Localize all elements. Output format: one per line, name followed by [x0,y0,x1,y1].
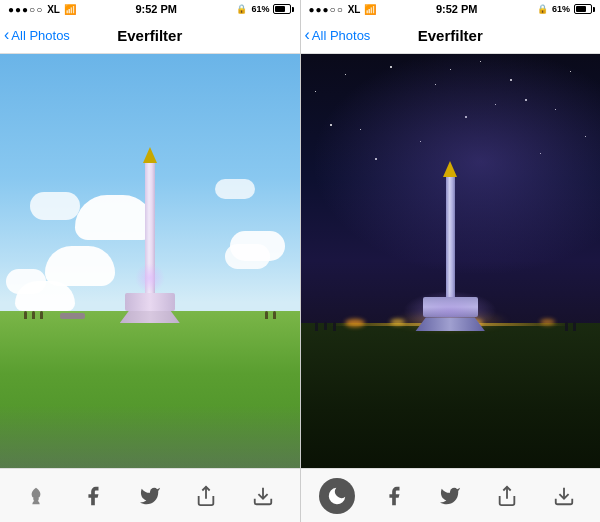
twitter-button-left[interactable] [132,478,168,514]
person-night-1 [315,322,318,331]
status-left: ●●●○○ XL 📶 [8,4,76,15]
status-bar-right: ●●●○○ XL 📶 9:52 PM 🔒 61% [301,0,601,18]
status-right-right: 🔒 61% [537,4,592,14]
toolbar-left [0,468,300,522]
share-icon-right [496,485,518,507]
image-day [0,54,300,468]
share-button-left[interactable] [188,478,224,514]
chevron-left-icon-right: ‹ [305,27,310,43]
facebook-icon-right [383,485,405,507]
person-night-4 [565,322,568,331]
tower-legs-night [415,317,485,331]
battery-icon-right [574,4,592,14]
person-1 [24,311,27,319]
share-icon-left [195,485,217,507]
status-bar-left: ●●●○○ XL 📶 9:52 PM 🔒 61% [0,0,300,18]
time-label-right: 9:52 PM [436,3,478,15]
back-label-left: All Photos [11,28,70,43]
people-group-right [265,311,276,319]
status-left-right: ●●●○○ XL 📶 [309,4,377,15]
share-button-right[interactable] [489,478,525,514]
twitter-icon-left [139,485,161,507]
cloud-3 [45,246,115,286]
person-night-5 [573,322,576,331]
lock-icon-right: 🔒 [537,4,548,14]
filter-icon-right [326,485,348,507]
tower-legs-day [120,311,180,323]
ground-night [301,323,601,468]
shaft-glow [135,263,165,293]
filter-icon-left [25,485,47,507]
signal-icon-right: ●●●○○ [309,4,344,15]
carrier-label: XL [47,4,60,15]
image-night [301,54,601,468]
filter-button-left[interactable] [18,478,54,514]
cloud-7 [30,192,80,220]
lock-icon: 🔒 [236,4,247,14]
twitter-icon-right [439,485,461,507]
cloud-8 [215,179,255,199]
facebook-icon-left [82,485,104,507]
battery-label: 61% [251,4,269,14]
download-icon-right [553,485,575,507]
people-night-left [315,322,336,331]
battery-icon [273,4,291,14]
bench [60,313,85,319]
wifi-icon-right: 📶 [364,4,376,15]
person-4 [265,311,268,319]
twitter-button-right[interactable] [432,478,468,514]
back-button-right[interactable]: ‹ All Photos [305,28,371,43]
right-screen: ●●●○○ XL 📶 9:52 PM 🔒 61% ‹ All Photos Ev… [301,0,601,522]
person-3 [40,311,43,319]
tower-night [415,161,485,331]
left-screen: ●●●○○ XL 📶 9:52 PM 🔒 61% ‹ All Photos Ev… [0,0,301,522]
nav-bar-left: ‹ All Photos Everfilter [0,18,300,54]
cloud-6 [225,244,270,269]
status-right: 🔒 61% [236,4,291,14]
download-button-left[interactable] [245,478,281,514]
flower-field [0,405,300,468]
back-button-left[interactable]: ‹ All Photos [4,28,70,43]
tower-flame-night [443,161,457,177]
tower-flame-day [143,147,157,163]
facebook-button-right[interactable] [376,478,412,514]
toolbar-right [301,468,601,522]
nav-title-left: Everfilter [117,27,182,44]
download-button-right[interactable] [546,478,582,514]
person-5 [273,311,276,319]
tower-shaft-night [446,177,455,297]
cloud-2 [6,269,46,294]
facebook-button-left[interactable] [75,478,111,514]
back-label-right: All Photos [312,28,371,43]
person-2 [32,311,35,319]
battery-label-right: 61% [552,4,570,14]
wifi-icon: 📶 [64,4,76,15]
people-group-left [24,311,43,319]
person-night-3 [333,322,336,331]
nav-title-right: Everfilter [418,27,483,44]
nav-bar-right: ‹ All Photos Everfilter [301,18,601,54]
time-label: 9:52 PM [135,3,177,15]
tower-base-day [125,293,175,311]
filter-button-right[interactable] [319,478,355,514]
carrier-label-right: XL [348,4,361,15]
chevron-left-icon: ‹ [4,27,9,43]
person-night-2 [324,322,327,330]
tower-day [120,147,180,323]
ground-day [0,311,300,468]
download-icon-left [252,485,274,507]
people-night-right [565,322,576,331]
signal-icon: ●●●○○ [8,4,43,15]
tower-shaft-day [145,163,155,293]
